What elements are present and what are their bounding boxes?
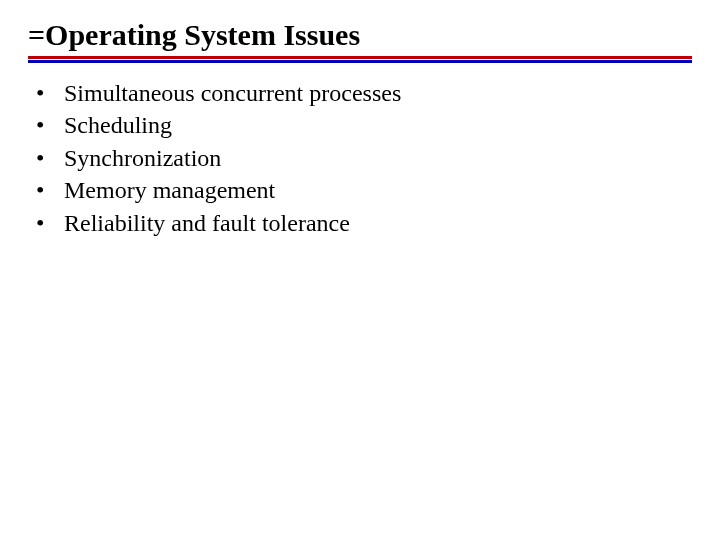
bullet-text: Memory management [64,174,692,206]
bullet-icon: • [36,142,64,174]
bullet-icon: • [36,174,64,206]
list-item: • Scheduling [36,109,692,141]
divider-red-line [28,56,692,59]
divider-blue-line [28,60,692,63]
bullet-icon: • [36,77,64,109]
slide-title: =Operating System Issues [28,18,692,52]
title-divider [28,56,692,63]
list-item: • Synchronization [36,142,692,174]
bullet-text: Scheduling [64,109,692,141]
list-item: • Memory management [36,174,692,206]
bullet-icon: • [36,207,64,239]
bullet-text: Simultaneous concurrent processes [64,77,692,109]
bullet-list: • Simultaneous concurrent processes • Sc… [28,77,692,239]
bullet-text: Synchronization [64,142,692,174]
bullet-icon: • [36,109,64,141]
bullet-text: Reliability and fault tolerance [64,207,692,239]
list-item: • Reliability and fault tolerance [36,207,692,239]
list-item: • Simultaneous concurrent processes [36,77,692,109]
